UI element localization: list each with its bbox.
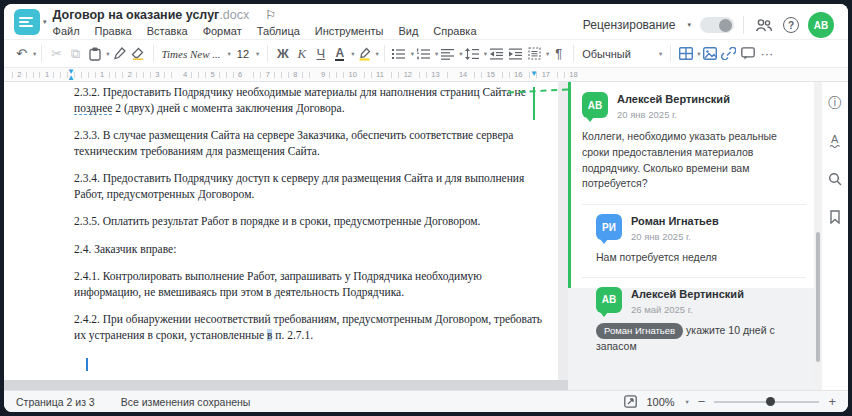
document-page[interactable]: 2.3.2. Предоставить Подрядчику необходим…: [18, 82, 558, 380]
info-icon[interactable]: ⓘ: [826, 94, 844, 112]
scrollbar-thumb[interactable]: [816, 232, 820, 362]
nonprinting-chars-button[interactable]: ¶: [549, 43, 568, 65]
insert-image-button[interactable]: [700, 43, 719, 65]
zoom-out-button[interactable]: −: [698, 397, 706, 407]
insert-table-button[interactable]: [676, 43, 695, 65]
line-spacing-button[interactable]: [463, 43, 482, 65]
underline-button[interactable]: Ч: [311, 43, 330, 65]
comments-panel: АВ Алексей Вертинский 20 янв 2025 г. Кол…: [568, 82, 814, 390]
user-avatar[interactable]: АВ: [808, 12, 834, 38]
ruler-ticks: [6, 72, 566, 78]
horizontal-ruler[interactable]: 21123456789101112131415161718 ▼ ▲ ▼: [4, 68, 848, 82]
help-button[interactable]: ?: [783, 17, 799, 33]
paragraph-text: п. 2.7.1.: [272, 329, 313, 341]
undo-caret-icon[interactable]: ▾: [33, 50, 36, 58]
italic-button[interactable]: К: [292, 43, 311, 65]
app-menu-button[interactable]: ▾: [14, 9, 47, 35]
document-canvas[interactable]: 2.3.2. Предоставить Подрядчику необходим…: [4, 82, 568, 390]
insert-link-button[interactable]: [719, 43, 738, 65]
numbered-list-button[interactable]: [414, 43, 433, 65]
status-bar: Страница 2 из 3 Все изменения сохранены …: [4, 390, 848, 412]
reply-1-text: Нам потребуется неделя: [571, 242, 814, 277]
page-indicator[interactable]: Страница 2 из 3: [16, 396, 95, 408]
commented-text[interactable]: позднее: [74, 102, 112, 115]
comment-thread[interactable]: АВ Алексей Вертинский 20 янв 2025 г. Кол…: [568, 82, 814, 288]
insert-comment-button[interactable]: [738, 43, 757, 65]
paragraph-2-3-5[interactable]: 2.3.5. Оплатить результат Работ в порядк…: [74, 214, 546, 230]
clear-formatting-button[interactable]: [129, 43, 148, 65]
paragraph-settings-button[interactable]: [525, 43, 544, 65]
spellcheck-icon[interactable]: А: [826, 132, 844, 150]
font-size-select[interactable]: 12 ▾: [234, 43, 263, 65]
paste-button[interactable]: [85, 43, 104, 65]
reply-1-avatar: РИ: [596, 214, 622, 240]
zoom-slider[interactable]: [714, 397, 819, 407]
collaboration-users-icon[interactable]: [753, 14, 774, 36]
menu-item-insert[interactable]: Вставка: [147, 25, 188, 37]
reply-2-author: Алексей Вертинский: [631, 288, 744, 301]
paragraph-text: 2 (двух) дней с момента заключения Догов…: [112, 102, 344, 114]
align-button[interactable]: [438, 43, 457, 65]
comment-1-text: Коллеги, необходимо указать реальные сро…: [571, 120, 814, 204]
bold-button[interactable]: Ж: [273, 43, 292, 65]
paragraph-2-4-2[interactable]: 2.4.2. При обнаружении несоответствий тр…: [74, 312, 546, 343]
fit-width-button[interactable]: [624, 395, 637, 408]
font-size-caret-icon: ▾: [256, 50, 259, 58]
review-caret-icon[interactable]: ▾: [687, 21, 691, 29]
menu-item-format[interactable]: Формат: [203, 25, 242, 37]
highlight-color-button[interactable]: [355, 43, 374, 65]
menu-item-table[interactable]: Таблица: [257, 25, 300, 37]
more-tools-button[interactable]: ···: [757, 43, 776, 65]
review-toggle[interactable]: [700, 17, 734, 33]
copy-button[interactable]: ⧉: [66, 43, 85, 65]
font-color-letter: А: [335, 47, 344, 61]
paragraph-2-3-2[interactable]: 2.3.2. Предоставить Подрядчику необходим…: [74, 85, 546, 116]
comments-scrollbar[interactable]: [814, 82, 822, 390]
undo-button[interactable]: ↶: [12, 43, 31, 65]
zoom-caret-icon[interactable]: ▾: [686, 398, 689, 406]
zoom-slider-handle[interactable]: [766, 397, 775, 406]
app-menu-caret-icon: ▾: [43, 18, 47, 26]
font-name-select[interactable]: Times New ... ▾: [159, 43, 234, 65]
app-logo-icon: [14, 9, 40, 35]
menu-item-file[interactable]: Файл: [53, 25, 80, 37]
title-block: Договор на оказание услуг .docx ⚐ Файл П…: [53, 7, 477, 37]
cut-button[interactable]: ✂: [47, 43, 66, 65]
flag-icon[interactable]: ⚐: [265, 8, 276, 22]
document-title: Договор на оказание услуг: [53, 8, 220, 22]
increase-indent-button[interactable]: [506, 43, 525, 65]
menu-item-view[interactable]: Вид: [398, 25, 418, 37]
decrease-indent-button[interactable]: [487, 43, 506, 65]
reply-2-date: 26 май 2025 г.: [631, 304, 744, 315]
toggle-knob: [719, 19, 732, 32]
titlebar-separator: [743, 16, 744, 34]
zoom-level-value[interactable]: 100%: [646, 396, 674, 408]
reply-1-author: Роман Игнатьев: [631, 215, 719, 228]
paragraph-2-3-4[interactable]: 2.3.4. Предоставить Подрядчику доступ к …: [74, 171, 546, 202]
search-icon[interactable]: [826, 170, 844, 188]
style-select[interactable]: Обычный ▾: [579, 43, 665, 65]
hanging-indent-marker[interactable]: ▲: [67, 74, 75, 81]
app-window: ▾ Договор на оказание услуг .docx ⚐ Файл…: [4, 4, 848, 412]
paragraph-2-4[interactable]: 2.4. Заказчик вправе:: [74, 242, 546, 258]
menu-item-help[interactable]: Справка: [433, 25, 476, 37]
toolbar: ↶ ▾ ✂ ⧉ ▾ Times New ... ▾ 12 ▾ Ж К Ч А ▾: [4, 40, 848, 68]
review-mode-button[interactable]: Рецензирование: [583, 18, 676, 32]
mention-chip[interactable]: Роман Игнатьев: [596, 323, 683, 339]
bullet-list-button[interactable]: [390, 43, 409, 65]
right-indent-marker[interactable]: ▼: [530, 70, 538, 77]
font-color-button[interactable]: А: [330, 43, 349, 65]
menu-item-edit[interactable]: Правка: [95, 25, 132, 37]
menu-item-tools[interactable]: Инструменты: [315, 25, 384, 37]
document-extension: .docx: [219, 8, 249, 22]
zoom-in-button[interactable]: +: [828, 397, 836, 407]
main-area: 91011121314151617181920 2.3.2. Предостав…: [4, 82, 848, 390]
font-name-value: Times New ...: [162, 48, 221, 60]
reply-2-avatar: АВ: [596, 287, 622, 313]
paragraph-2-3-3[interactable]: 2.3.3. В случае размещения Сайта на серв…: [74, 128, 546, 159]
style-value: Обычный: [582, 48, 631, 60]
paragraph-2-4-1[interactable]: 2.4.1. Контролировать выполнение Работ, …: [74, 269, 546, 300]
highlight-color-caret-icon[interactable]: ▾: [376, 50, 379, 58]
format-painter-button[interactable]: [110, 43, 129, 65]
bookmark-icon[interactable]: [826, 208, 844, 226]
